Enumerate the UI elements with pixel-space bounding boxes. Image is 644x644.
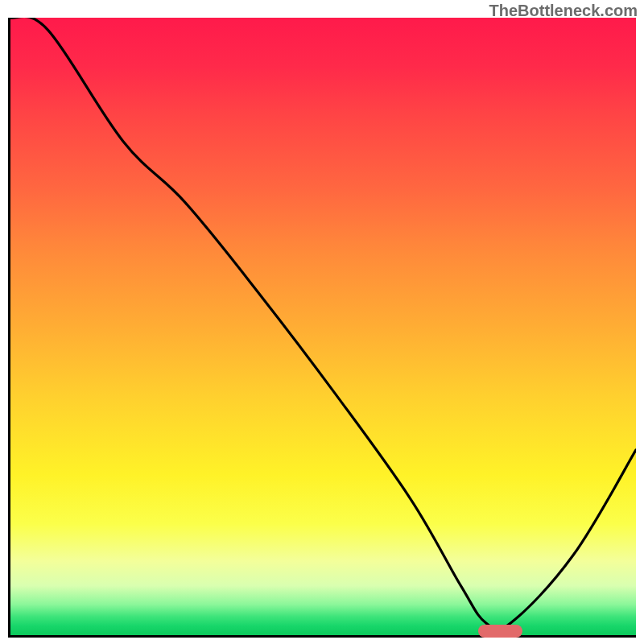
watermark-text: TheBottleneck.com <box>489 2 638 20</box>
bottleneck-curve <box>10 18 636 630</box>
optimal-marker <box>478 625 522 638</box>
chart-container: TheBottleneck.com <box>0 0 644 644</box>
plot-area <box>8 18 636 638</box>
curve-svg <box>10 18 636 635</box>
